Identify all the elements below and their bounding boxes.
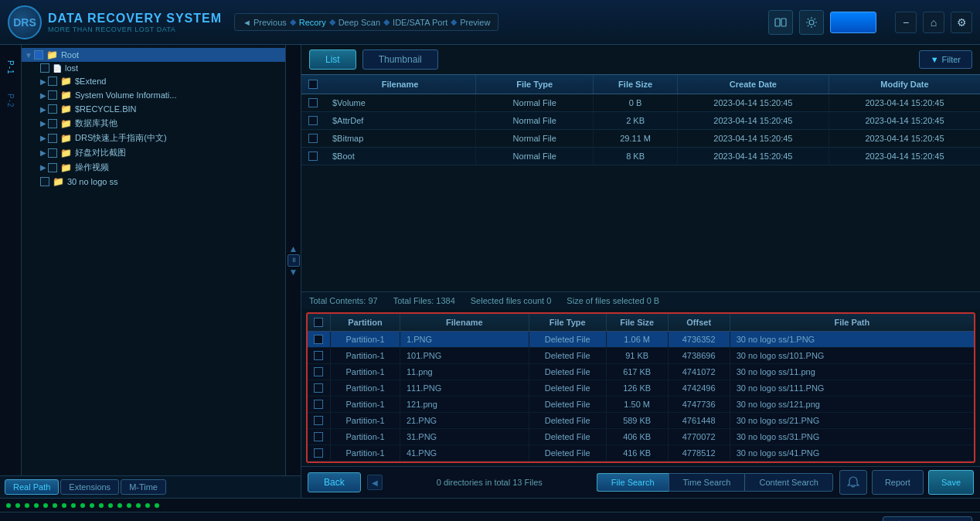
search-filename-5: 21.PNG bbox=[400, 413, 529, 428]
tree-check-drs[interactable] bbox=[48, 134, 57, 143]
settings-icon-btn[interactable] bbox=[799, 10, 824, 35]
indicator-dot-9 bbox=[80, 503, 85, 508]
row-check-0[interactable] bbox=[308, 98, 318, 107]
search-row-check-7[interactable] bbox=[314, 448, 323, 458]
tree-check-hdpc[interactable] bbox=[48, 148, 57, 158]
minimize-btn[interactable]: − bbox=[895, 12, 917, 33]
header-checkbox[interactable] bbox=[308, 80, 318, 89]
tree-node-lost[interactable]: 📄 lost bbox=[22, 62, 285, 74]
tree-node-dbqt[interactable]: ▶ 📁 数据库其他 bbox=[22, 116, 285, 131]
tree-node-ospy[interactable]: ▶ 📁 操作视频 bbox=[22, 160, 285, 175]
save-button[interactable]: Save bbox=[928, 470, 974, 495]
tree-check-ospy[interactable] bbox=[48, 163, 57, 172]
search-row-check-1[interactable] bbox=[314, 351, 323, 360]
table-row[interactable]: $Boot Normal File 8 KB 2023-04-14 15:20:… bbox=[301, 148, 980, 165]
nav-idesata[interactable]: IDE/SATA Port bbox=[393, 18, 447, 27]
triangle-btn[interactable]: ◀ bbox=[367, 475, 383, 490]
tree-check-lost[interactable] bbox=[40, 63, 49, 73]
tree-node-sysvolinfo[interactable]: ▶ 📁 System Volume Informati... bbox=[22, 88, 285, 102]
search-row-check-3[interactable] bbox=[314, 383, 323, 393]
nav-deepscan[interactable]: Deep Scan bbox=[339, 18, 380, 27]
tab-extensions[interactable]: Extensions bbox=[60, 479, 119, 495]
tab-m-time[interactable]: M-Time bbox=[121, 479, 166, 495]
files-icon-btn[interactable] bbox=[768, 10, 793, 35]
cell-modifydate-0: 2023-04-14 15:20:45 bbox=[829, 94, 980, 111]
tab-list[interactable]: List bbox=[309, 49, 356, 70]
search-filepath-7: 30 no logo ss/41.PNG bbox=[730, 445, 974, 461]
tree-check-extend[interactable] bbox=[48, 77, 57, 86]
col-createdate: Create Date bbox=[678, 75, 829, 94]
search-filesize-1: 91 KB bbox=[607, 348, 669, 363]
tree-label-lost: lost bbox=[65, 63, 78, 73]
partition-p1[interactable]: P-1 bbox=[6, 51, 15, 84]
row-check-1[interactable] bbox=[308, 116, 318, 125]
tree-check-recycle[interactable] bbox=[48, 104, 57, 114]
search-row-7[interactable]: Partition-1 41.PNG Deleted File 416 KB 4… bbox=[308, 445, 974, 461]
search-filesize-0: 1.06 M bbox=[607, 332, 669, 347]
settings-btn[interactable]: ⚙ bbox=[951, 12, 972, 33]
scroll-down[interactable]: ▼ bbox=[289, 267, 298, 278]
tree-node-extend[interactable]: ▶ 📁 $Extend bbox=[22, 74, 285, 88]
tree-node-recycle[interactable]: ▶ 📁 $RECYCLE.BIN bbox=[22, 102, 285, 116]
row-check-2[interactable] bbox=[308, 134, 318, 143]
tree-check-root[interactable] bbox=[34, 50, 43, 60]
search-row-check-0[interactable] bbox=[314, 335, 323, 344]
scroll-up[interactable]: ▲ bbox=[289, 243, 298, 254]
cell-modifydate-3: 2023-04-14 15:20:45 bbox=[829, 148, 980, 165]
tab-real-path[interactable]: Real Path bbox=[5, 479, 59, 495]
table-row[interactable]: $AttrDef Normal File 2 KB 2023-04-14 15:… bbox=[301, 112, 980, 130]
search-col-partition: Partition bbox=[331, 314, 400, 331]
total-files: Total Files: 1384 bbox=[393, 296, 455, 305]
partition-p2[interactable]: P-2 bbox=[6, 84, 15, 117]
svg-rect-1 bbox=[781, 19, 786, 26]
search-row-1[interactable]: Partition-1 101.PNG Deleted File 91 KB 4… bbox=[308, 348, 974, 364]
tree-node-root[interactable]: ▼ 📁 Root bbox=[22, 48, 285, 62]
show-indicators-btn[interactable]: Show Indicators bbox=[883, 516, 972, 522]
search-filetype-2: Deleted File bbox=[529, 364, 607, 380]
top-right-controls: − ⌂ ⚙ bbox=[768, 10, 972, 35]
tree-node-drs[interactable]: ▶ 📁 DRS快速上手指南(中文) bbox=[22, 131, 285, 145]
search-row-5[interactable]: Partition-1 21.PNG Deleted File 589 KB 4… bbox=[308, 413, 974, 429]
filter-btn[interactable]: ▼ Filter bbox=[919, 50, 972, 69]
tree-node-hdpc[interactable]: ▶ 📁 好盘对比截图 bbox=[22, 145, 285, 160]
nav-preview[interactable]: Preview bbox=[460, 18, 490, 27]
search-row-2[interactable]: Partition-1 11.png Deleted File 617 KB 4… bbox=[308, 364, 974, 380]
nav-recovery[interactable]: Recory bbox=[299, 18, 326, 27]
tree-label-recycle: $RECYCLE.BIN bbox=[75, 104, 136, 114]
logo-area: DRS DATA RECOVERY SYSTEM MORE THAN RECOV… bbox=[8, 5, 222, 39]
row-check-3[interactable] bbox=[308, 152, 318, 161]
tree-check-sysvolinfo[interactable] bbox=[48, 90, 57, 100]
table-row[interactable]: $Bitmap Normal File 29.11 M 2023-04-14 1… bbox=[301, 130, 980, 148]
home-btn[interactable]: ⌂ bbox=[923, 12, 944, 33]
tab-file-search[interactable]: File Search bbox=[597, 473, 669, 492]
tree-check-dbqt[interactable] bbox=[48, 119, 57, 128]
tree-node-30nologoss[interactable]: 📁 30 no logo ss bbox=[22, 175, 285, 189]
report-button[interactable]: Report bbox=[872, 470, 924, 495]
table-body: $Volume Normal File 0 B 2023-04-14 15:20… bbox=[301, 94, 980, 291]
tab-time-search[interactable]: Time Search bbox=[669, 473, 745, 492]
search-header-check[interactable] bbox=[314, 318, 323, 327]
indicator-dot-17 bbox=[155, 503, 159, 508]
nav-sep4: ◆ bbox=[451, 17, 457, 27]
search-row-0[interactable]: Partition-1 1.PNG Deleted File 1.06 M 47… bbox=[308, 332, 974, 348]
search-row-3[interactable]: Partition-1 111.PNG Deleted File 126 KB … bbox=[308, 380, 974, 397]
search-filesize-2: 617 KB bbox=[607, 364, 669, 380]
search-partition-7: Partition-1 bbox=[331, 445, 400, 461]
pause-btn[interactable]: ⏸ bbox=[288, 254, 300, 267]
search-row-check-2[interactable] bbox=[314, 367, 323, 376]
back-button[interactable]: Back bbox=[308, 472, 361, 492]
search-row-check-6[interactable] bbox=[314, 432, 323, 441]
search-row-6[interactable]: Partition-1 31.PNG Deleted File 406 KB 4… bbox=[308, 429, 974, 445]
tree-check-30nologoss[interactable] bbox=[40, 177, 49, 186]
table-row[interactable]: $Volume Normal File 0 B 2023-04-14 15:20… bbox=[301, 94, 980, 112]
tab-thumbnail[interactable]: Thumbnail bbox=[362, 49, 438, 70]
search-row-check-4[interactable] bbox=[314, 400, 323, 409]
folder-icon-hdpc: 📁 bbox=[60, 148, 72, 158]
search-row-4[interactable]: Partition-1 121.png Deleted File 1.50 M … bbox=[308, 397, 974, 413]
bell-btn[interactable] bbox=[839, 470, 867, 495]
tab-content-search[interactable]: Content Search bbox=[744, 473, 832, 492]
search-partition-4: Partition-1 bbox=[331, 397, 400, 412]
nav-prev[interactable]: ◄ Previous bbox=[243, 18, 287, 27]
search-offset-1: 4738696 bbox=[669, 348, 730, 363]
search-row-check-5[interactable] bbox=[314, 416, 323, 425]
